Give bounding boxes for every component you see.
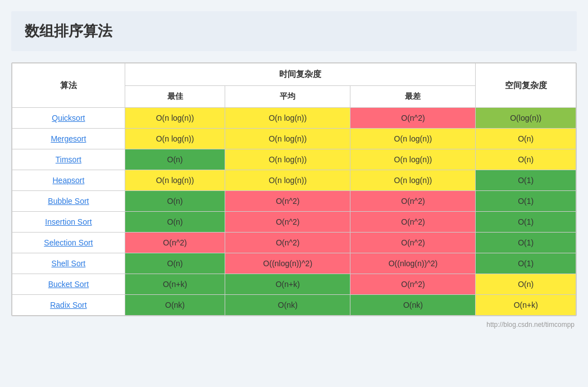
table-row: Bucket SortO(n+k)O(n+k)O(n^2)O(n) xyxy=(12,274,576,295)
avg-cell: O(n^2) xyxy=(225,191,350,212)
algo-link[interactable]: Shell Sort xyxy=(52,259,86,268)
best-cell: O(nk) xyxy=(125,295,225,316)
algo-name-cell: Bucket Sort xyxy=(12,274,125,295)
algo-name-cell: Quicksort xyxy=(12,108,125,129)
space-cell: O(n) xyxy=(476,274,576,295)
col-space-header: 空间复杂度 xyxy=(476,63,576,108)
space-cell: O(1) xyxy=(476,191,576,212)
worst-cell: O(n^2) xyxy=(350,212,476,233)
algo-link[interactable]: Insertion Sort xyxy=(45,217,92,226)
worst-cell: O((nlog(n))^2) xyxy=(350,253,476,274)
avg-cell: O(n log(n)) xyxy=(225,108,350,129)
table-row: QuicksortO(n log(n))O(n log(n))O(n^2)O(l… xyxy=(12,108,576,129)
table-body: QuicksortO(n log(n))O(n log(n))O(n^2)O(l… xyxy=(12,108,576,316)
footer-url: http://blog.csdn.net/timcompp xyxy=(11,316,577,330)
algo-link[interactable]: Mergesort xyxy=(51,134,86,143)
col-best-header: 最佳 xyxy=(125,86,225,108)
worst-cell: O(n^2) xyxy=(350,108,476,129)
avg-cell: O(n log(n)) xyxy=(225,170,350,191)
worst-cell: O(n^2) xyxy=(350,233,476,253)
col-time-header: 时间复杂度 xyxy=(125,63,476,86)
table-container: 算法 时间复杂度 空间复杂度 最佳 平均 最差 QuicksortO(n log… xyxy=(11,62,577,316)
avg-cell: O((nlog(n))^2) xyxy=(225,253,350,274)
avg-cell: O(n log(n)) xyxy=(225,129,350,149)
space-cell: O(log(n)) xyxy=(476,108,576,129)
table-row: Radix SortO(nk)O(nk)O(nk)O(n+k) xyxy=(12,295,576,316)
col-algo-header: 算法 xyxy=(12,63,125,108)
page-title: 数组排序算法 xyxy=(25,21,563,41)
worst-cell: O(n log(n)) xyxy=(350,170,476,191)
best-cell: O(n log(n)) xyxy=(125,108,225,129)
avg-cell: O(nk) xyxy=(225,295,350,316)
algo-link[interactable]: Bubble Sort xyxy=(48,197,89,206)
best-cell: O(n^2) xyxy=(125,233,225,253)
algo-link[interactable]: Heapsort xyxy=(52,176,84,185)
table-row: HeapsortO(n log(n))O(n log(n))O(n log(n)… xyxy=(12,170,576,191)
space-cell: O(1) xyxy=(476,170,576,191)
algo-link[interactable]: Quicksort xyxy=(52,113,85,122)
worst-cell: O(n log(n)) xyxy=(350,149,476,170)
table-row: Bubble SortO(n)O(n^2)O(n^2)O(1) xyxy=(12,191,576,212)
table-row: Shell SortO(n)O((nlog(n))^2)O((nlog(n))^… xyxy=(12,253,576,274)
table-row: Selection SortO(n^2)O(n^2)O(n^2)O(1) xyxy=(12,233,576,253)
best-cell: O(n) xyxy=(125,212,225,233)
title-section: 数组排序算法 xyxy=(11,11,577,51)
algo-name-cell: Heapsort xyxy=(12,170,125,191)
space-cell: O(n) xyxy=(476,129,576,149)
best-cell: O(n) xyxy=(125,191,225,212)
algo-name-cell: Shell Sort xyxy=(12,253,125,274)
algo-link[interactable]: Radix Sort xyxy=(50,301,86,309)
avg-cell: O(n+k) xyxy=(225,274,350,295)
algo-name-cell: Insertion Sort xyxy=(12,212,125,233)
avg-cell: O(n^2) xyxy=(225,212,350,233)
col-avg-header: 平均 xyxy=(225,86,350,108)
worst-cell: O(n log(n)) xyxy=(350,129,476,149)
best-cell: O(n log(n)) xyxy=(125,129,225,149)
best-cell: O(n+k) xyxy=(125,274,225,295)
table-row: MergesortO(n log(n))O(n log(n))O(n log(n… xyxy=(12,129,576,149)
worst-cell: O(n^2) xyxy=(350,191,476,212)
best-cell: O(n log(n)) xyxy=(125,170,225,191)
algo-link[interactable]: Timsort xyxy=(56,155,81,164)
worst-cell: O(n^2) xyxy=(350,274,476,295)
algo-name-cell: Selection Sort xyxy=(12,233,125,253)
space-cell: O(1) xyxy=(476,233,576,253)
algo-name-cell: Mergesort xyxy=(12,129,125,149)
algo-name-cell: Bubble Sort xyxy=(12,191,125,212)
complexity-table: 算法 时间复杂度 空间复杂度 最佳 平均 最差 QuicksortO(n log… xyxy=(12,63,576,316)
header-row-main: 算法 时间复杂度 空间复杂度 xyxy=(12,63,576,86)
space-cell: O(n) xyxy=(476,149,576,170)
worst-cell: O(nk) xyxy=(350,295,476,316)
algo-link[interactable]: Selection Sort xyxy=(44,238,93,247)
algo-name-cell: Timsort xyxy=(12,149,125,170)
algo-name-cell: Radix Sort xyxy=(12,295,125,316)
avg-cell: O(n log(n)) xyxy=(225,149,350,170)
space-cell: O(1) xyxy=(476,212,576,233)
table-row: Insertion SortO(n)O(n^2)O(n^2)O(1) xyxy=(12,212,576,233)
space-cell: O(n+k) xyxy=(476,295,576,316)
space-cell: O(1) xyxy=(476,253,576,274)
table-row: TimsortO(n)O(n log(n))O(n log(n))O(n) xyxy=(12,149,576,170)
avg-cell: O(n^2) xyxy=(225,233,350,253)
page-wrapper: 数组排序算法 算法 时间复杂度 空间复杂度 最佳 平均 最差 xyxy=(11,11,577,330)
best-cell: O(n) xyxy=(125,253,225,274)
best-cell: O(n) xyxy=(125,149,225,170)
algo-link[interactable]: Bucket Sort xyxy=(48,280,89,289)
col-worst-header: 最差 xyxy=(350,86,476,108)
